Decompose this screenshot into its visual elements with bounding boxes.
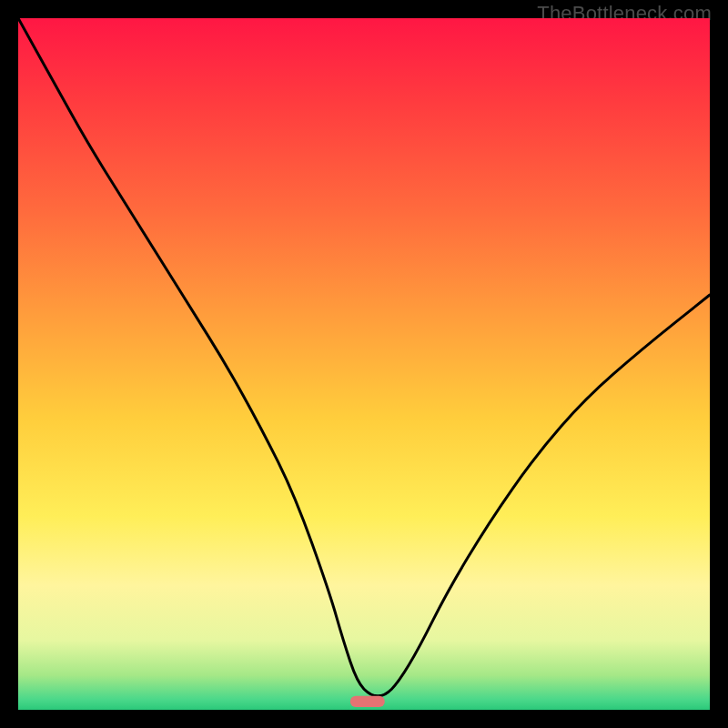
optimal-range-marker (350, 696, 385, 707)
chart-container: TheBottleneck.com (0, 0, 728, 728)
gradient-background (18, 18, 710, 710)
plot-area (18, 18, 710, 710)
chart-svg (18, 18, 710, 710)
